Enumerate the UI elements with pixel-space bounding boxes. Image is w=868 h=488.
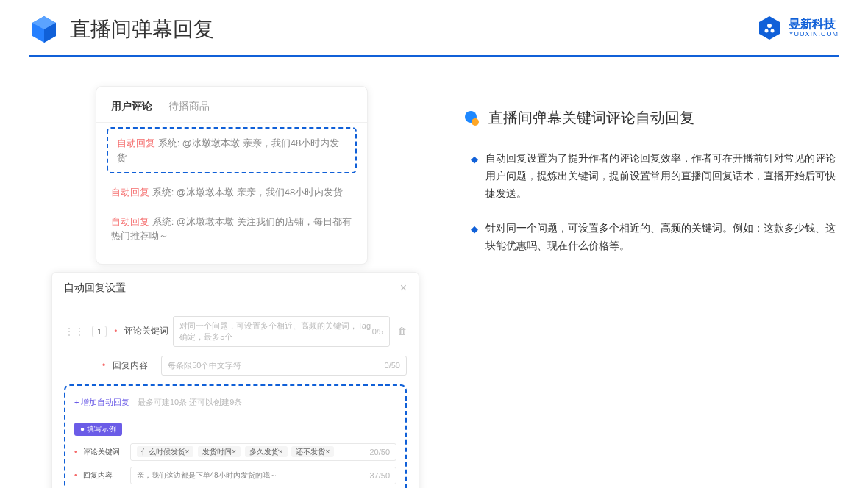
tag-chip[interactable]: 发货时间× [198,446,241,457]
content-input[interactable]: 每条限50个中文字符 0/50 [161,356,407,376]
ex-keyword-input[interactable]: 什么时候发货× 发货时间× 多久发货× 还不发货× 20/50 [130,443,396,461]
svg-point-4 [765,29,769,33]
tag-chip[interactable]: 多久发货× [245,446,288,457]
content-counter: 0/50 [385,361,400,370]
auto-reply-settings-card: 自动回复设置 × ⋮⋮ 1 • 评论关键词 对同一个问题，可设置多个相近、高频的… [51,272,419,489]
ex-content-input[interactable]: 亲，我们这边都是下单48小时内发货的哦～ 37/50 [130,467,396,484]
bullet-list: ◆ 自动回复设置为了提升作者的评论回复效率，作者可在开播前针对常见的评论用户问题… [463,150,839,255]
bullet-item: ◆ 针对同一个问题，可设置多个相近的、高频的关键词。例如：这款多少钱、这块能优惠… [471,220,839,255]
bullet-text: 针对同一个问题，可设置多个相近的、高频的关键词。例如：这款多少钱、这块能优惠吗、… [485,220,839,255]
tag-chip[interactable]: 还不发货× [291,446,334,457]
diamond-icon: ◆ [471,221,478,237]
svg-point-3 [767,24,772,28]
ex-keyword-counter: 20/50 [369,448,390,456]
comment-row: 自动回复 系统: @冰墩墩本墩 关注我们的店铺，每日都有热门推荐呦～ [96,207,367,251]
example-badge: ● 填写示例 [74,423,122,436]
auto-reply-tag: 自动回复 [117,137,155,148]
comments-card: 用户评论 待播商品 自动回复 系统: @冰墩墩本墩 亲亲，我们48小时内发货 自… [96,86,368,265]
keyword-placeholder: 对同一个问题，可设置多个相近、高频的关键词，Tag确定，最多5个 [179,320,371,342]
page-title: 直播间弹幕回复 [70,15,214,43]
brand-name-en: YUUXIN.COM [789,30,839,37]
diamond-icon: ◆ [471,151,478,168]
ex-keyword-label: 评论关键词 [83,447,124,457]
example-content-row: • 回复内容 亲，我们这边都是下单48小时内发货的哦～ 37/50 [74,467,396,484]
row-number: 1 [92,326,107,337]
ex-content-counter: 37/50 [369,471,390,480]
tab-pending-products[interactable]: 待播商品 [168,100,210,113]
required-dot: • [74,471,77,479]
cube-logo-icon [29,15,59,44]
keyword-label: 评论关键词 [124,325,166,337]
example-keyword-row: • 评论关键词 什么时候发货× 发货时间× 多久发货× 还不发货× 20/50 [74,443,396,461]
ex-content-value: 亲，我们这边都是下单48小时内发货的哦～ [137,470,277,481]
brand-logo: 昱新科技 YUUXIN.COM [756,15,839,41]
bullet-item: ◆ 自动回复设置为了提升作者的评论回复效率，作者可在开播前针对常见的评论用户问题… [471,150,839,202]
bullet-text: 自动回复设置为了提升作者的评论回复效率，作者可在开播前针对常见的评论用户问题，提… [485,150,839,202]
keyword-counter: 0/5 [372,327,383,336]
comment-row: 自动回复 系统: @冰墩墩本墩 亲亲，我们48小时内发货 [96,178,367,207]
section-title: 直播间弹幕关键词评论自动回复 [488,108,694,128]
svg-point-5 [771,29,775,33]
svg-point-7 [472,118,479,126]
comment-row-highlighted: 自动回复 系统: @冰墩墩本墩 亲亲，我们48小时内发货 [107,127,357,173]
auto-reply-tag: 自动回复 [111,187,149,198]
chat-bubble-icon [463,110,480,126]
close-icon[interactable]: × [400,281,407,295]
ex-content-label: 回复内容 [83,470,124,481]
brand-logo-icon [756,15,783,41]
comments-tabs: 用户评论 待播商品 [96,100,367,123]
content-label: 回复内容 [113,359,154,372]
required-dot: • [114,326,117,337]
required-dot: • [74,448,77,456]
add-hint: 最多可建10条 还可以创建9条 [138,398,242,406]
add-auto-reply-link[interactable]: + 增加自动回复 [74,397,129,408]
section-header: 直播间弹幕关键词评论自动回复 [463,108,839,128]
brand-name-cn: 昱新科技 [789,18,839,30]
drag-handle-icon[interactable]: ⋮⋮ [64,326,85,337]
content-row: • 回复内容 每条限50个中文字符 0/50 [64,356,407,376]
delete-icon[interactable]: 🗑 [397,326,407,337]
tag-chip[interactable]: 什么时候发货× [137,446,194,457]
required-dot: • [102,360,105,370]
keyword-input[interactable]: 对同一个问题，可设置多个相近、高频的关键词，Tag确定，最多5个 0/5 [173,316,390,347]
content-placeholder: 每条限50个中文字符 [168,360,241,371]
auto-reply-tag: 自动回复 [111,216,149,227]
keyword-row: ⋮⋮ 1 • 评论关键词 对同一个问题，可设置多个相近、高频的关键词，Tag确定… [64,316,407,347]
example-block: + 增加自动回复 最多可建10条 还可以创建9条 ● 填写示例 • 评论关键词 … [64,384,407,489]
settings-title: 自动回复设置 [64,281,126,295]
comment-text: 系统: @冰墩墩本墩 亲亲，我们48小时内发货 [152,187,344,198]
tab-user-comments[interactable]: 用户评论 [111,100,152,113]
